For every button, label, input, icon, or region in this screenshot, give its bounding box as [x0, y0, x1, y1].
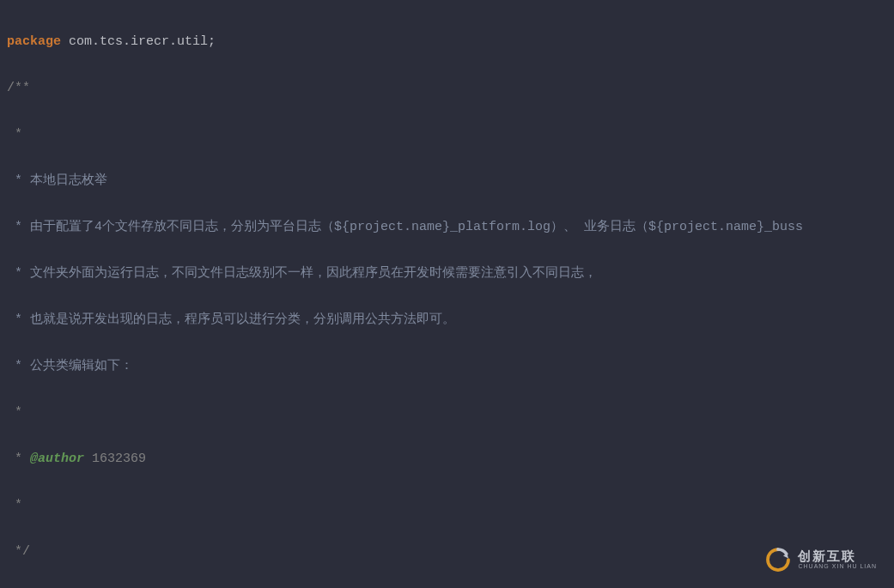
code-line[interactable]: /**	[7, 76, 894, 100]
comment-text: * 由于配置了4个文件存放不同日志，分别为平台日志（${project.name…	[7, 220, 803, 234]
comment-star: *	[7, 127, 22, 142]
code-line[interactable]: * 文件夹外面为运行日志，不同文件日志级别不一样，因此程序员在开发时候需要注意引…	[7, 262, 894, 285]
keyword-package: package	[7, 34, 61, 49]
code-line[interactable]: *	[7, 494, 894, 517]
code-line[interactable]: * @author 1632369	[7, 447, 894, 470]
comment-prefix: *	[7, 452, 30, 466]
comment-star: *	[7, 405, 22, 420]
watermark: 创新互联 CHUANG XIN HU LIAN	[765, 547, 877, 573]
package-path: com.tcs.irecr.util;	[61, 34, 216, 49]
code-editor[interactable]: package com.tcs.irecr.util; /** * * 本地日志…	[0, 7, 894, 588]
comment-text: * 也就是说开发出现的日志，程序员可以进行分类，分别调用公共方法即可。	[7, 312, 455, 327]
code-line[interactable]: * 公共类编辑如下：	[7, 355, 894, 378]
comment-text: * 本地日志枚举	[7, 173, 107, 188]
author-value: 1632369	[84, 452, 146, 466]
comment-text: * 公共类编辑如下：	[7, 359, 133, 373]
comment-star: *	[7, 498, 22, 512]
watermark-text: 创新互联 CHUANG XIN HU LIAN	[798, 549, 877, 570]
code-line[interactable]: *	[7, 401, 894, 424]
comment-block-open: /**	[7, 81, 30, 95]
comment-text: * 文件夹外面为运行日志，不同文件日志级别不一样，因此程序员在开发时候需要注意引…	[7, 266, 597, 281]
comment-block-close: */	[7, 544, 30, 559]
code-line[interactable]: *	[7, 123, 894, 146]
watermark-logo-icon	[765, 547, 791, 573]
code-line[interactable]: * 也就是说开发出现的日志，程序员可以进行分类，分别调用公共方法即可。	[7, 308, 894, 331]
code-line[interactable]: package com.tcs.irecr.util;	[7, 30, 894, 53]
doctag-author: @author	[30, 452, 84, 466]
code-line[interactable]: * 本地日志枚举	[7, 169, 894, 192]
watermark-name-en: CHUANG XIN HU LIAN	[798, 563, 877, 570]
watermark-name-cn: 创新互联	[798, 549, 877, 564]
code-line[interactable]: */	[7, 540, 894, 563]
code-line[interactable]: * 由于配置了4个文件存放不同日志，分别为平台日志（${project.name…	[7, 215, 894, 239]
